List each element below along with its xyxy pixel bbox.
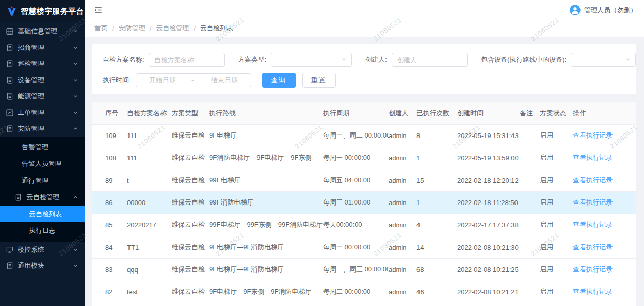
cell-type: 维保云自检 <box>172 169 209 191</box>
cell-creator: admin <box>389 258 416 281</box>
cell-name: 111 <box>127 124 172 147</box>
chevron-down-icon <box>73 94 78 99</box>
list-icon <box>6 125 14 133</box>
sidebar-item-alarm-management[interactable]: 告警管理 <box>0 139 85 155</box>
reset-button[interactable]: 重置 <box>302 73 336 88</box>
cell-cycle: 每天00:00:00 <box>323 214 389 236</box>
sidebar-item-equipment-management[interactable]: 设备管理 <box>0 72 85 88</box>
content-area: 自检方案名称: 方案类型: 创建人: 包含设备(执行路线中的设 <box>85 37 644 306</box>
cell-type: 维保云自检 <box>172 258 209 281</box>
view-execution-record-link[interactable]: 查看执行记录 <box>573 198 613 206</box>
cell-cycle: 每周一 00:00:00 <box>323 147 389 169</box>
cell-seq: 84 <box>92 236 127 258</box>
sidebar-item-label: 招商管理 <box>18 43 44 52</box>
sidebar-item-cloud-self-check-management[interactable]: 云自检管理 <box>0 189 85 206</box>
sidebar-item-alarm-personnel-management[interactable]: 告警人员管理 <box>0 155 85 172</box>
sidebar-item-security-management[interactable]: 安防管理 <box>0 121 85 137</box>
list-icon <box>14 193 22 201</box>
cell-seq: 83 <box>92 258 127 281</box>
user-menu[interactable]: 管理人员（勿删） <box>570 5 637 15</box>
cell-route: 99F电梯厅—99F东侧—99F消防电梯厅 <box>209 214 323 236</box>
cell-status: 启用 <box>540 214 573 236</box>
cell-remark <box>520 258 540 281</box>
cell-status: 启用 <box>540 124 573 147</box>
cell-seq: 86 <box>92 191 127 214</box>
sidebar-item-label: 设备管理 <box>18 76 44 85</box>
table-row: 108111维保云自检9F消防电梯厅—9F电梯厅—9F东侧每周一 00:00:0… <box>92 147 636 169</box>
view-execution-record-link[interactable]: 查看执行记录 <box>573 154 613 161</box>
cell-cycle: 每周三 01:00:00 <box>323 191 389 214</box>
sidebar: 智慧楼宇服务平台 基础信息管理招商管理巡检管理设备管理能源管理工单管理安防管理告… <box>0 0 85 306</box>
search-button[interactable]: 查询 <box>262 73 296 88</box>
cell-count: 1 <box>416 191 457 214</box>
chevron-down-icon <box>625 56 631 64</box>
cell-name: t <box>127 169 172 191</box>
chevron-down-icon <box>73 45 78 51</box>
breadcrumb-item[interactable]: 云自检管理 <box>156 24 189 33</box>
table-row: 109111维保云自检9F电梯厅每周一、周二 00:00:00admin8202… <box>92 124 636 147</box>
list-icon <box>6 92 14 100</box>
sidebar-item-investment-management[interactable]: 招商管理 <box>0 40 85 56</box>
execute-time-range-picker[interactable]: 开始日期 ~ 结束日期 <box>136 73 251 87</box>
view-execution-record-link[interactable]: 查看执行记录 <box>573 131 613 139</box>
plan-name-input[interactable] <box>149 53 225 67</box>
sidebar-item-access-management[interactable]: 通行管理 <box>0 172 85 189</box>
sidebar-item-common-module[interactable]: 通用模块 <box>0 258 85 274</box>
cell-route: 9F电梯厅—9F东侧—9F消防电梯厅 <box>209 281 323 303</box>
cell-creator: admin <box>389 169 416 191</box>
execute-time-label: 执行时间: <box>103 76 131 85</box>
cell-remark <box>520 214 540 236</box>
sidebar-item-work-order-management[interactable]: 工单管理 <box>0 105 85 121</box>
monitor-icon <box>6 246 14 254</box>
creator-input[interactable] <box>392 53 468 67</box>
device-select[interactable] <box>571 53 636 67</box>
plan-name-field: 自检方案名称: <box>103 53 225 67</box>
plan-type-select[interactable] <box>271 53 352 67</box>
user-name: 管理人员（勿删） <box>584 6 637 15</box>
breadcrumb-separator: / <box>194 25 196 32</box>
view-execution-record-link[interactable]: 查看执行记录 <box>573 176 613 184</box>
cell-name: qqq <box>127 258 172 281</box>
cell-type: 维保云自检 <box>172 147 209 169</box>
filter-row-2: 执行时间: 开始日期 ~ 结束日期 查询 重置 <box>103 73 626 88</box>
column-header-cycle: 执行周期 <box>323 102 389 124</box>
cell-creator: admin <box>389 214 416 236</box>
cell-route: 99F电梯厅 <box>209 169 323 191</box>
device-label: 包含设备(执行路线中的设备): <box>481 55 566 64</box>
cell-creator: admin <box>389 236 416 258</box>
cell-remark <box>520 124 540 147</box>
view-execution-record-link[interactable]: 查看执行记录 <box>573 243 613 251</box>
breadcrumb-separator: / <box>112 25 114 32</box>
filter-panel: 自检方案名称: 方案类型: 创建人: 包含设备(执行路线中的设 <box>92 44 636 94</box>
collapse-sidebar-icon[interactable] <box>94 6 103 14</box>
sidebar-item-label: 云自检管理 <box>26 193 59 202</box>
view-execution-record-link[interactable]: 查看执行记录 <box>573 288 613 295</box>
cell-created: 2022-02-08 10:21:25 <box>457 258 520 281</box>
list-icon <box>6 262 14 270</box>
view-execution-record-link[interactable]: 查看执行记录 <box>573 265 613 273</box>
sidebar-item-cloud-self-check-list[interactable]: 云自检列表 <box>0 206 85 222</box>
plan-table: 序号自检方案名称方案类型执行路线执行周期创建人已执行次数创建时间备注方案状态操作… <box>92 102 636 303</box>
sidebar-item-inspection-management[interactable]: 巡检管理 <box>0 56 85 72</box>
column-header-remark: 备注 <box>520 102 540 124</box>
sidebar-item-label: 能源管理 <box>18 92 44 101</box>
sidebar-item-energy-management[interactable]: 能源管理 <box>0 88 85 105</box>
breadcrumb-item[interactable]: 首页 <box>94 24 108 33</box>
table-row: 84TT1维保云自检9F电梯厅—9F消防电梯厅每周一 00:00:00admin… <box>92 236 636 258</box>
range-separator: ~ <box>189 77 198 84</box>
sidebar-item-building-control-system[interactable]: 楼控系统 <box>0 242 85 258</box>
view-execution-record-link[interactable]: 查看执行记录 <box>573 221 613 228</box>
cell-route: 99F消防电梯厅 <box>209 191 323 214</box>
breadcrumb-item[interactable]: 安防管理 <box>119 24 145 33</box>
cell-remark <box>520 281 540 303</box>
sidebar-item-execution-log[interactable]: 执行日志 <box>0 222 85 239</box>
cell-type: 维保云自检 <box>172 281 209 303</box>
chevron-down-icon <box>73 78 78 83</box>
chevron-down-icon <box>73 263 78 269</box>
list-icon <box>6 76 14 84</box>
grid-icon <box>6 27 14 36</box>
cell-action: 查看执行记录 <box>573 191 636 214</box>
sidebar-item-label: 执行日志 <box>29 226 55 235</box>
sidebar-item-basic-info-management[interactable]: 基础信息管理 <box>0 23 85 40</box>
cell-type: 维保云自检 <box>172 124 209 147</box>
